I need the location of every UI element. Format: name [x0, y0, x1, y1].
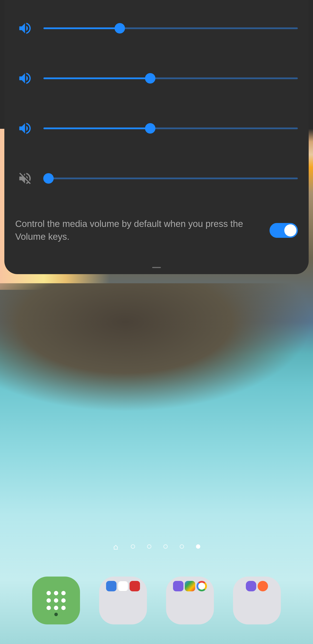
dock	[0, 576, 313, 624]
media-volume-slider[interactable]	[43, 78, 298, 79]
system-volume-row	[15, 168, 298, 189]
dock-folder-1[interactable]	[99, 576, 147, 624]
gallery-app-icon	[258, 581, 268, 591]
play-store-app-icon	[185, 581, 195, 591]
dictionary-app-icon	[130, 581, 140, 591]
volume-up-icon	[15, 118, 35, 138]
dock-folder-2[interactable]	[166, 576, 214, 624]
volume-up-icon	[15, 18, 35, 38]
volume-mute-icon	[15, 168, 35, 188]
page-indicator-1[interactable]	[131, 544, 135, 549]
page-indicator-4[interactable]	[180, 544, 184, 549]
page-indicator-3[interactable]	[163, 544, 168, 549]
media-default-control-row: Control the media volume by default when…	[15, 218, 298, 243]
notification-volume-slider[interactable]	[43, 128, 298, 129]
wallpaper-rocks	[0, 283, 313, 412]
dock-folder-3[interactable]	[233, 576, 281, 624]
media-volume-row	[15, 68, 298, 89]
messages-app-icon	[106, 581, 116, 591]
samsung-app-icon	[118, 581, 128, 591]
volume-up-icon	[15, 68, 35, 88]
system-volume-slider[interactable]	[43, 178, 298, 179]
page-indicator-2[interactable]	[147, 544, 151, 549]
volume-panel: Control the media volume by default when…	[4, 0, 309, 274]
media-default-toggle[interactable]	[270, 223, 298, 238]
notification-volume-row	[15, 118, 298, 139]
ringtone-volume-row	[15, 18, 298, 39]
page-indicator-home[interactable]	[113, 544, 119, 550]
media-default-control-text: Control the media volume by default when…	[15, 218, 270, 243]
apps-drawer-button[interactable]	[32, 576, 80, 624]
panel-drag-handle[interactable]	[152, 267, 161, 268]
bixby-app-icon	[173, 581, 183, 591]
page-indicators[interactable]	[113, 544, 200, 550]
page-indicator-5[interactable]	[196, 544, 200, 549]
chrome-app-icon	[197, 581, 207, 591]
ringtone-volume-slider[interactable]	[43, 28, 298, 29]
camera-app-icon	[246, 581, 256, 591]
